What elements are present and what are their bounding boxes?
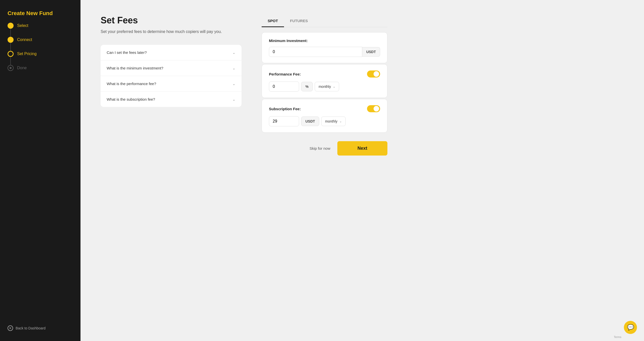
step-connector-1 (10, 29, 11, 37)
faq-question-1: Can I set the fees later? (107, 50, 147, 55)
faq-container: Can I set the fees later? ⌄ What is the … (101, 45, 242, 107)
page-title: Set Fees (101, 15, 242, 26)
sidebar-title: Create New Fund (8, 10, 73, 17)
step-dot-select (8, 23, 14, 29)
tab-futures[interactable]: FUTURES (284, 15, 314, 27)
sub-fee-dropdown-arrow: ⌄ (339, 120, 342, 123)
faq-question-2: What is the minimum investment? (107, 66, 163, 70)
sub-fee-currency: USDT (301, 117, 319, 126)
step-connector-3 (10, 57, 11, 65)
perf-fee-header: Performance Fee: (269, 70, 380, 78)
subscription-fee-section: Subscription Fee: USDT monthly ⌄ (262, 99, 387, 133)
faq-item-2[interactable]: What is the minimum investment? ⌄ (101, 60, 242, 76)
back-icon: ✕ (8, 325, 13, 331)
sidebar-item-connect[interactable]: Connect (8, 37, 73, 43)
faq-chevron-3: ⌄ (232, 82, 235, 86)
faq-question-3: What is the performance fee? (107, 82, 156, 86)
step-label-done: Done (17, 66, 27, 70)
fee-sections: Minimum Investment: USDT Performance Fee… (262, 32, 387, 133)
sidebar-item-select[interactable]: Select (8, 23, 73, 29)
performance-fee-toggle[interactable] (367, 70, 380, 78)
tabs: SPOT FUTURES (262, 15, 387, 27)
faq-item-3[interactable]: What is the performance fee? ⌄ (101, 76, 242, 92)
left-panel: Set Fees Set your preferred fees to dete… (101, 15, 242, 326)
back-label: Back to Dashboard (16, 326, 46, 330)
step-label-select: Select (17, 23, 28, 28)
step-connector-2 (10, 43, 11, 51)
back-to-dashboard[interactable]: ✕ Back to Dashboard (8, 325, 73, 331)
sub-fee-controls: USDT monthly ⌄ (269, 116, 380, 126)
sidebar: Create New Fund Select Connect Set Prici… (0, 0, 80, 341)
subscription-fee-toggle[interactable] (367, 105, 380, 112)
perf-fee-dropdown-arrow: ⌄ (333, 85, 335, 88)
main-content: Set Fees Set your preferred fees to dete… (80, 0, 644, 341)
next-button[interactable]: Next (337, 141, 387, 156)
step-label-connect: Connect (17, 37, 32, 42)
perf-fee-unit: % (301, 82, 313, 91)
min-invest-header: Minimum Investment: (269, 39, 380, 43)
sub-fee-frequency-dropdown[interactable]: monthly ⌄ (321, 117, 346, 126)
sub-fee-frequency-label: monthly (325, 119, 337, 123)
min-invest-row: USDT (269, 47, 380, 57)
step-label-set-pricing: Set Pricing (17, 52, 36, 56)
minimum-investment-section: Minimum Investment: USDT (262, 32, 387, 63)
step-dot-set-pricing (8, 51, 14, 57)
sidebar-item-set-pricing[interactable]: Set Pricing (8, 51, 73, 57)
faq-item-4[interactable]: What is the subscription fee? ⌄ (101, 92, 242, 107)
step-dot-connect (8, 37, 14, 43)
min-invest-label: Minimum Investment: (269, 39, 308, 43)
sidebar-item-done[interactable]: Done (8, 65, 73, 71)
perf-fee-label: Performance Fee: (269, 72, 301, 76)
min-invest-currency: USDT (362, 47, 380, 57)
perf-fee-input[interactable] (269, 82, 299, 92)
performance-fee-section: Performance Fee: % monthly ⌄ (262, 64, 387, 98)
sub-fee-label: Subscription Fee: (269, 107, 301, 111)
right-panel: SPOT FUTURES Minimum Investment: USDT Pe… (262, 15, 387, 326)
faq-question-4: What is the subscription fee? (107, 97, 155, 101)
faq-item-1[interactable]: Can I set the fees later? ⌄ (101, 45, 242, 60)
perf-fee-frequency-label: monthly (318, 85, 331, 89)
step-list: Select Connect Set Pricing Done (8, 23, 73, 71)
skip-link[interactable]: Skip for now (309, 146, 330, 150)
faq-chevron-2: ⌄ (232, 66, 235, 70)
terms-text: Terms (614, 335, 621, 338)
bottom-actions: Skip for now Next (262, 141, 387, 156)
chat-button[interactable]: 💬 (624, 321, 637, 334)
tab-spot[interactable]: SPOT (262, 15, 284, 27)
faq-chevron-1: ⌄ (232, 51, 235, 55)
sub-fee-header: Subscription Fee: (269, 105, 380, 112)
sub-fee-input[interactable] (269, 116, 299, 126)
min-invest-input[interactable] (269, 47, 362, 57)
step-dot-done (8, 65, 14, 71)
page-subtitle: Set your preferred fees to determine how… (101, 29, 242, 35)
perf-fee-controls: % monthly ⌄ (269, 82, 380, 92)
faq-chevron-4: ⌄ (232, 97, 235, 101)
perf-fee-frequency-dropdown[interactable]: monthly ⌄ (315, 82, 339, 91)
